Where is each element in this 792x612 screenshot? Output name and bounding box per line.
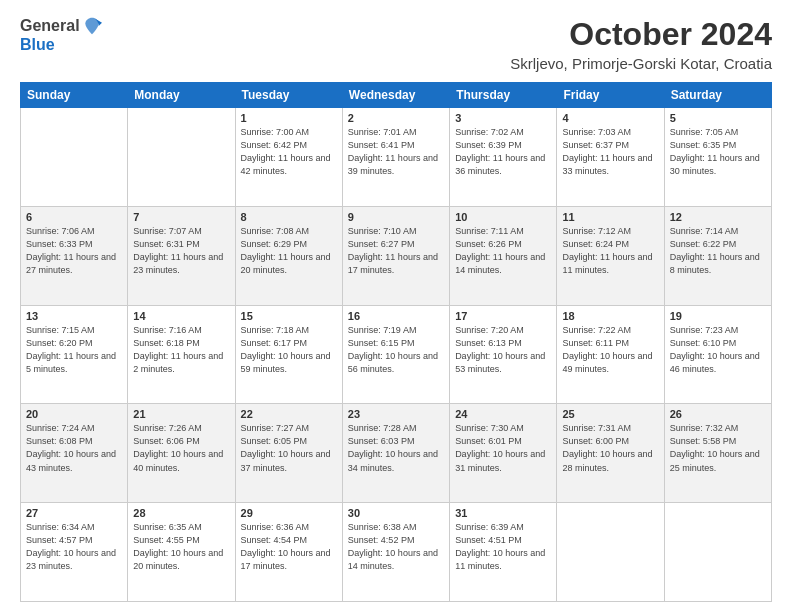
week-row-2: 6Sunrise: 7:06 AMSunset: 6:33 PMDaylight… xyxy=(21,206,772,305)
cell-info: Sunrise: 7:11 AMSunset: 6:26 PMDaylight:… xyxy=(455,225,551,277)
cell-info: Sunrise: 7:19 AMSunset: 6:15 PMDaylight:… xyxy=(348,324,444,376)
day-number: 24 xyxy=(455,408,551,420)
cell-info: Sunrise: 7:30 AMSunset: 6:01 PMDaylight:… xyxy=(455,422,551,474)
calendar-header-row: Sunday Monday Tuesday Wednesday Thursday… xyxy=(21,83,772,108)
table-cell: 8Sunrise: 7:08 AMSunset: 6:29 PMDaylight… xyxy=(235,206,342,305)
cell-info: Sunrise: 7:23 AMSunset: 6:10 PMDaylight:… xyxy=(670,324,766,376)
day-number: 12 xyxy=(670,211,766,223)
table-cell: 16Sunrise: 7:19 AMSunset: 6:15 PMDayligh… xyxy=(342,305,449,404)
cell-info: Sunrise: 6:36 AMSunset: 4:54 PMDaylight:… xyxy=(241,521,337,573)
cell-info: Sunrise: 6:39 AMSunset: 4:51 PMDaylight:… xyxy=(455,521,551,573)
day-number: 13 xyxy=(26,310,122,322)
day-number: 28 xyxy=(133,507,229,519)
table-cell xyxy=(128,108,235,207)
col-wednesday: Wednesday xyxy=(342,83,449,108)
table-cell: 18Sunrise: 7:22 AMSunset: 6:11 PMDayligh… xyxy=(557,305,664,404)
table-cell: 19Sunrise: 7:23 AMSunset: 6:10 PMDayligh… xyxy=(664,305,771,404)
day-number: 3 xyxy=(455,112,551,124)
week-row-3: 13Sunrise: 7:15 AMSunset: 6:20 PMDayligh… xyxy=(21,305,772,404)
cell-info: Sunrise: 7:07 AMSunset: 6:31 PMDaylight:… xyxy=(133,225,229,277)
day-number: 17 xyxy=(455,310,551,322)
table-cell xyxy=(664,503,771,602)
table-cell: 15Sunrise: 7:18 AMSunset: 6:17 PMDayligh… xyxy=(235,305,342,404)
col-monday: Monday xyxy=(128,83,235,108)
logo: General Blue xyxy=(20,16,102,54)
day-number: 26 xyxy=(670,408,766,420)
day-number: 25 xyxy=(562,408,658,420)
day-number: 29 xyxy=(241,507,337,519)
title-block: October 2024 Skrljevo, Primorje-Gorski K… xyxy=(510,16,772,72)
table-cell: 6Sunrise: 7:06 AMSunset: 6:33 PMDaylight… xyxy=(21,206,128,305)
cell-info: Sunrise: 7:00 AMSunset: 6:42 PMDaylight:… xyxy=(241,126,337,178)
table-cell: 4Sunrise: 7:03 AMSunset: 6:37 PMDaylight… xyxy=(557,108,664,207)
table-cell: 22Sunrise: 7:27 AMSunset: 6:05 PMDayligh… xyxy=(235,404,342,503)
table-cell: 12Sunrise: 7:14 AMSunset: 6:22 PMDayligh… xyxy=(664,206,771,305)
cell-info: Sunrise: 7:12 AMSunset: 6:24 PMDaylight:… xyxy=(562,225,658,277)
col-saturday: Saturday xyxy=(664,83,771,108)
table-cell: 27Sunrise: 6:34 AMSunset: 4:57 PMDayligh… xyxy=(21,503,128,602)
cell-info: Sunrise: 7:32 AMSunset: 5:58 PMDaylight:… xyxy=(670,422,766,474)
cell-info: Sunrise: 7:31 AMSunset: 6:00 PMDaylight:… xyxy=(562,422,658,474)
day-number: 19 xyxy=(670,310,766,322)
cell-info: Sunrise: 7:05 AMSunset: 6:35 PMDaylight:… xyxy=(670,126,766,178)
table-cell: 30Sunrise: 6:38 AMSunset: 4:52 PMDayligh… xyxy=(342,503,449,602)
table-cell: 13Sunrise: 7:15 AMSunset: 6:20 PMDayligh… xyxy=(21,305,128,404)
logo-blue: Blue xyxy=(20,36,55,54)
day-number: 1 xyxy=(241,112,337,124)
table-cell: 2Sunrise: 7:01 AMSunset: 6:41 PMDaylight… xyxy=(342,108,449,207)
table-cell: 28Sunrise: 6:35 AMSunset: 4:55 PMDayligh… xyxy=(128,503,235,602)
table-cell: 26Sunrise: 7:32 AMSunset: 5:58 PMDayligh… xyxy=(664,404,771,503)
cell-info: Sunrise: 7:26 AMSunset: 6:06 PMDaylight:… xyxy=(133,422,229,474)
day-number: 15 xyxy=(241,310,337,322)
day-number: 21 xyxy=(133,408,229,420)
table-cell: 10Sunrise: 7:11 AMSunset: 6:26 PMDayligh… xyxy=(450,206,557,305)
cell-info: Sunrise: 7:10 AMSunset: 6:27 PMDaylight:… xyxy=(348,225,444,277)
day-number: 5 xyxy=(670,112,766,124)
table-cell xyxy=(21,108,128,207)
table-cell: 14Sunrise: 7:16 AMSunset: 6:18 PMDayligh… xyxy=(128,305,235,404)
col-tuesday: Tuesday xyxy=(235,83,342,108)
cell-info: Sunrise: 7:01 AMSunset: 6:41 PMDaylight:… xyxy=(348,126,444,178)
day-number: 8 xyxy=(241,211,337,223)
week-row-5: 27Sunrise: 6:34 AMSunset: 4:57 PMDayligh… xyxy=(21,503,772,602)
table-cell: 3Sunrise: 7:02 AMSunset: 6:39 PMDaylight… xyxy=(450,108,557,207)
cell-info: Sunrise: 7:16 AMSunset: 6:18 PMDaylight:… xyxy=(133,324,229,376)
table-cell: 9Sunrise: 7:10 AMSunset: 6:27 PMDaylight… xyxy=(342,206,449,305)
table-cell: 20Sunrise: 7:24 AMSunset: 6:08 PMDayligh… xyxy=(21,404,128,503)
day-number: 20 xyxy=(26,408,122,420)
day-number: 14 xyxy=(133,310,229,322)
cell-info: Sunrise: 6:35 AMSunset: 4:55 PMDaylight:… xyxy=(133,521,229,573)
table-cell: 17Sunrise: 7:20 AMSunset: 6:13 PMDayligh… xyxy=(450,305,557,404)
calendar-table: Sunday Monday Tuesday Wednesday Thursday… xyxy=(20,82,772,602)
cell-info: Sunrise: 7:22 AMSunset: 6:11 PMDaylight:… xyxy=(562,324,658,376)
header: General Blue October 2024 Skrljevo, Prim… xyxy=(20,16,772,72)
logo-general: General xyxy=(20,17,80,35)
cell-info: Sunrise: 7:03 AMSunset: 6:37 PMDaylight:… xyxy=(562,126,658,178)
day-number: 30 xyxy=(348,507,444,519)
week-row-1: 1Sunrise: 7:00 AMSunset: 6:42 PMDaylight… xyxy=(21,108,772,207)
month-title: October 2024 xyxy=(510,16,772,53)
cell-info: Sunrise: 7:18 AMSunset: 6:17 PMDaylight:… xyxy=(241,324,337,376)
day-number: 4 xyxy=(562,112,658,124)
cell-info: Sunrise: 7:20 AMSunset: 6:13 PMDaylight:… xyxy=(455,324,551,376)
col-thursday: Thursday xyxy=(450,83,557,108)
week-row-4: 20Sunrise: 7:24 AMSunset: 6:08 PMDayligh… xyxy=(21,404,772,503)
day-number: 27 xyxy=(26,507,122,519)
cell-info: Sunrise: 7:02 AMSunset: 6:39 PMDaylight:… xyxy=(455,126,551,178)
cell-info: Sunrise: 7:27 AMSunset: 6:05 PMDaylight:… xyxy=(241,422,337,474)
cell-info: Sunrise: 7:14 AMSunset: 6:22 PMDaylight:… xyxy=(670,225,766,277)
col-friday: Friday xyxy=(557,83,664,108)
day-number: 10 xyxy=(455,211,551,223)
table-cell: 24Sunrise: 7:30 AMSunset: 6:01 PMDayligh… xyxy=(450,404,557,503)
location-title: Skrljevo, Primorje-Gorski Kotar, Croatia xyxy=(510,55,772,72)
table-cell: 11Sunrise: 7:12 AMSunset: 6:24 PMDayligh… xyxy=(557,206,664,305)
day-number: 2 xyxy=(348,112,444,124)
day-number: 18 xyxy=(562,310,658,322)
day-number: 7 xyxy=(133,211,229,223)
day-number: 16 xyxy=(348,310,444,322)
table-cell: 23Sunrise: 7:28 AMSunset: 6:03 PMDayligh… xyxy=(342,404,449,503)
table-cell: 7Sunrise: 7:07 AMSunset: 6:31 PMDaylight… xyxy=(128,206,235,305)
table-cell: 29Sunrise: 6:36 AMSunset: 4:54 PMDayligh… xyxy=(235,503,342,602)
cell-info: Sunrise: 6:34 AMSunset: 4:57 PMDaylight:… xyxy=(26,521,122,573)
table-cell: 31Sunrise: 6:39 AMSunset: 4:51 PMDayligh… xyxy=(450,503,557,602)
